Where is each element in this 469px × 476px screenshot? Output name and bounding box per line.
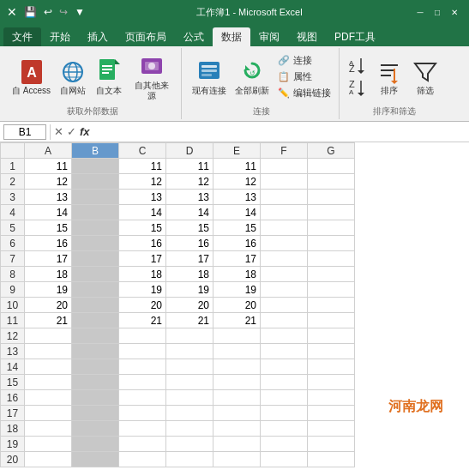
cell-e14[interactable]: [213, 359, 261, 375]
cell-g7[interactable]: [308, 251, 355, 267]
existing-connections-button[interactable]: 现有连接: [189, 57, 230, 98]
cell-c4[interactable]: 14: [119, 205, 166, 220]
cell-f9[interactable]: [261, 282, 308, 298]
cell-f15[interactable]: [261, 375, 308, 390]
cell-f17[interactable]: [261, 406, 308, 421]
col-header-a[interactable]: A: [25, 143, 72, 159]
cell-g11[interactable]: [308, 313, 355, 328]
cell-b5[interactable]: [72, 220, 119, 236]
row-header-6[interactable]: 6: [1, 236, 25, 251]
cell-e2[interactable]: 12: [213, 174, 261, 190]
cell-d1[interactable]: 11: [166, 159, 213, 174]
cell-a7[interactable]: 17: [25, 251, 72, 267]
cell-b4[interactable]: [72, 205, 119, 220]
cell-b2[interactable]: [72, 174, 119, 190]
access-button[interactable]: A 自 Access: [9, 57, 54, 98]
cell-c14[interactable]: [119, 359, 166, 375]
cell-a13[interactable]: [25, 344, 72, 359]
row-header-5[interactable]: 5: [1, 220, 25, 236]
cell-a1[interactable]: 11: [25, 159, 72, 174]
cell-d2[interactable]: 12: [166, 174, 213, 190]
cell-d6[interactable]: 16: [166, 236, 213, 251]
row-header-13[interactable]: 13: [1, 344, 25, 359]
cell-f12[interactable]: [261, 328, 308, 344]
row-header-10[interactable]: 10: [1, 298, 25, 313]
cell-c1[interactable]: 11: [119, 159, 166, 174]
cell-d9[interactable]: 19: [166, 282, 213, 298]
cell-f14[interactable]: [261, 359, 308, 375]
cell-f2[interactable]: [261, 174, 308, 190]
cell-f1[interactable]: [261, 159, 308, 174]
cell-e1[interactable]: 11: [213, 159, 261, 174]
cell-f5[interactable]: [261, 220, 308, 236]
cell-a5[interactable]: 15: [25, 220, 72, 236]
cell-b15[interactable]: [72, 375, 119, 390]
properties-button[interactable]: 📋 属性: [274, 69, 334, 85]
cell-f8[interactable]: [261, 267, 308, 282]
cell-e6[interactable]: 16: [213, 236, 261, 251]
cell-e12[interactable]: [213, 328, 261, 344]
filter-button[interactable]: 筛选: [408, 57, 442, 98]
cell-b12[interactable]: [72, 328, 119, 344]
cell-e20[interactable]: [213, 452, 261, 467]
cell-b9[interactable]: [72, 282, 119, 298]
cell-c3[interactable]: 13: [119, 190, 166, 205]
tab-home[interactable]: 开始: [41, 27, 79, 46]
cell-b17[interactable]: [72, 406, 119, 421]
cell-g13[interactable]: [308, 344, 355, 359]
cell-f20[interactable]: [261, 452, 308, 467]
cell-g10[interactable]: [308, 298, 355, 313]
row-header-12[interactable]: 12: [1, 328, 25, 344]
row-header-18[interactable]: 18: [1, 421, 25, 437]
cell-g6[interactable]: [308, 236, 355, 251]
cell-f7[interactable]: [261, 251, 308, 267]
cell-g3[interactable]: [308, 190, 355, 205]
cell-e15[interactable]: [213, 375, 261, 390]
tab-pdf-tools[interactable]: PDF工具: [326, 27, 384, 46]
customize-quick-access-button[interactable]: ▼: [73, 5, 87, 19]
cell-d8[interactable]: 18: [166, 267, 213, 282]
cell-a6[interactable]: 16: [25, 236, 72, 251]
tab-file[interactable]: 文件: [3, 27, 41, 46]
col-header-f[interactable]: F: [261, 143, 308, 159]
cell-c17[interactable]: [119, 406, 166, 421]
sort-asc-button[interactable]: A Z: [346, 55, 370, 77]
cell-f11[interactable]: [261, 313, 308, 328]
cell-e19[interactable]: [213, 437, 261, 452]
connections-button[interactable]: 🔗 连接: [274, 53, 334, 69]
fx-icon[interactable]: fx: [80, 125, 90, 138]
tab-view[interactable]: 视图: [288, 27, 326, 46]
cell-c9[interactable]: 19: [119, 282, 166, 298]
cell-a18[interactable]: [25, 421, 72, 437]
cell-g9[interactable]: [308, 282, 355, 298]
cell-g16[interactable]: [308, 390, 355, 406]
undo-button[interactable]: ↩: [42, 5, 54, 19]
cell-f19[interactable]: [261, 437, 308, 452]
cell-b6[interactable]: [72, 236, 119, 251]
cell-a16[interactable]: [25, 390, 72, 406]
cell-b18[interactable]: [72, 421, 119, 437]
restore-button[interactable]: □: [430, 6, 445, 18]
cell-d17[interactable]: [166, 406, 213, 421]
cell-b11[interactable]: [72, 313, 119, 328]
cell-c10[interactable]: 20: [119, 298, 166, 313]
row-header-17[interactable]: 17: [1, 406, 25, 421]
cell-d19[interactable]: [166, 437, 213, 452]
cell-d13[interactable]: [166, 344, 213, 359]
cell-a12[interactable]: [25, 328, 72, 344]
cell-d14[interactable]: [166, 359, 213, 375]
cell-a15[interactable]: [25, 375, 72, 390]
cell-a17[interactable]: [25, 406, 72, 421]
cell-g8[interactable]: [308, 267, 355, 282]
cell-c7[interactable]: 17: [119, 251, 166, 267]
cell-b13[interactable]: [72, 344, 119, 359]
cell-a14[interactable]: [25, 359, 72, 375]
cell-a10[interactable]: 20: [25, 298, 72, 313]
tab-formula[interactable]: 公式: [175, 27, 213, 46]
cell-c19[interactable]: [119, 437, 166, 452]
cell-f16[interactable]: [261, 390, 308, 406]
cell-e16[interactable]: [213, 390, 261, 406]
web-button[interactable]: 自网站: [56, 57, 90, 98]
cell-a3[interactable]: 13: [25, 190, 72, 205]
cell-g2[interactable]: [308, 174, 355, 190]
